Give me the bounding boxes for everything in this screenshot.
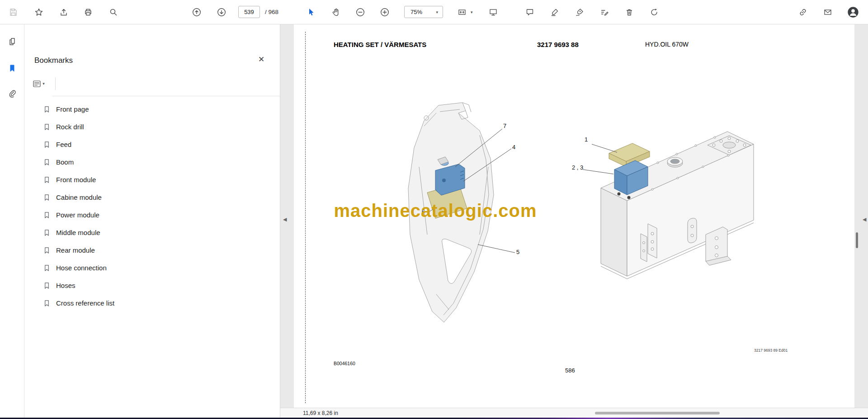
horizontal-scrollbar[interactable] [595, 412, 720, 414]
previous-page-button[interactable] [189, 5, 204, 20]
page-number-input[interactable] [238, 6, 260, 18]
presentation-mode-button[interactable] [486, 5, 501, 20]
save-button[interactable] [5, 5, 21, 20]
link-button[interactable] [795, 5, 811, 20]
page-header-title: HEATING SET / VÄRMESATS [334, 41, 426, 48]
fit-width-icon [458, 8, 467, 17]
comment-icon [525, 8, 534, 17]
paperclip-icon [8, 89, 17, 98]
rotate-icon [650, 8, 659, 17]
bookmark-item[interactable]: Feed [24, 136, 279, 153]
sidebar-pages-button[interactable] [5, 34, 20, 49]
left-rail [0, 24, 24, 418]
avatar-icon [847, 6, 859, 18]
right-panel-arrow[interactable]: ◀ [863, 217, 866, 222]
bookmark-item-label: Front page [56, 105, 89, 113]
pages-icon [8, 37, 17, 46]
bookmark-glyph-icon [43, 282, 50, 290]
share-icon [59, 8, 68, 17]
bookmark-item[interactable]: Power module [24, 206, 279, 224]
bookmark-item[interactable]: Front module [24, 171, 279, 188]
fill-and-sign-button[interactable] [597, 5, 612, 20]
link-icon [798, 8, 807, 17]
vertical-scrollbar[interactable] [856, 232, 858, 248]
bookmark-item[interactable]: Front page [24, 100, 279, 118]
bookmark-item[interactable]: Boom [24, 153, 279, 171]
pdf-page: HEATING SET / VÄRMESATS 3217 9693 88 HYD… [294, 24, 854, 408]
bookmark-item-label: Cross reference list [56, 299, 114, 307]
bookmark-glyph-icon [43, 193, 50, 202]
panel-divider [52, 96, 280, 96]
rotate-button[interactable] [646, 5, 662, 20]
bookmark-item[interactable]: Cross reference list [24, 294, 279, 312]
bookmark-item[interactable]: Hose connection [24, 259, 279, 277]
page-count-label: / 968 [265, 0, 278, 24]
plus-circle-icon [380, 7, 390, 17]
pdf-viewer-window: / 968 75% ▾ ▾ [0, 0, 868, 419]
bookmark-glyph-icon [43, 176, 50, 184]
bookmark-options-button[interactable]: ▾ [30, 76, 48, 91]
zoom-out-button[interactable] [353, 5, 368, 20]
page-header-partnumber: 3217 9693 88 [537, 41, 579, 48]
sidebar-attachments-button[interactable] [5, 86, 20, 101]
panel-close-button[interactable]: ✕ [255, 52, 268, 66]
bookmark-glyph-icon [43, 141, 50, 149]
search-button[interactable] [106, 5, 121, 20]
highlight-button[interactable] [547, 5, 562, 20]
bookmark-glyph-icon [43, 299, 50, 307]
collapse-panel-arrow[interactable]: ◀ [283, 217, 287, 222]
bookmark-glyph-icon [43, 246, 50, 254]
chevron-down-icon: ▾ [42, 81, 45, 86]
bookmark-list: Front page Rock drill Feed Boom Front mo… [24, 100, 279, 312]
zoom-level-value: 75% [410, 9, 422, 15]
fountain-pen-icon [575, 8, 584, 17]
delete-button[interactable] [622, 5, 637, 20]
bookmark-glyph-icon [43, 105, 50, 113]
drawing-oil-tank: 1 2 , 3 [572, 126, 789, 357]
bookmark-item-label: Rear module [56, 246, 95, 254]
bookmark-item-label: Hose connection [56, 264, 107, 272]
bookmark-item[interactable]: Middle module [24, 224, 279, 241]
hand-tool-button[interactable] [328, 5, 344, 20]
arrow-down-circle-icon [217, 7, 226, 17]
close-icon: ✕ [258, 55, 264, 64]
bookmark-glyph-icon [43, 123, 50, 131]
save-icon [9, 8, 18, 17]
page-number: 586 [565, 367, 575, 374]
zoom-in-button[interactable] [377, 5, 392, 20]
print-button[interactable] [80, 5, 96, 20]
callout-number: 4 [512, 144, 515, 151]
status-bar: 11,69 x 8,26 in [280, 408, 868, 418]
bookmark-item[interactable]: Rock drill [24, 118, 279, 136]
fill-sign-icon [600, 8, 609, 17]
page-header-oiltype: HYD.OIL 670W [645, 41, 689, 48]
oil-tank-line-art [572, 126, 789, 357]
callout-number: 5 [516, 249, 519, 255]
bookmark-item[interactable]: Rear module [24, 241, 279, 259]
star-icon [34, 8, 43, 17]
sidebar-bookmarks-button[interactable] [5, 61, 20, 76]
envelope-icon [823, 8, 832, 17]
bookmarks-panel: Bookmarks ✕ ▾ Front page Rock drill Feed… [24, 24, 280, 418]
comment-button[interactable] [522, 5, 538, 20]
bookmark-item[interactable]: Hoses [24, 277, 279, 294]
callout-number: 2 , 3 [572, 164, 583, 171]
share-button[interactable] [56, 5, 71, 20]
bookmark-glyph-icon [43, 158, 50, 166]
account-button[interactable] [845, 5, 861, 20]
bookmark-item[interactable]: Cabine module [24, 188, 279, 206]
watermark: machinecatalogic.com [334, 201, 537, 221]
fit-width-button[interactable] [454, 5, 470, 20]
bookmark-item-label: Hoses [56, 282, 75, 289]
sign-button[interactable] [572, 5, 587, 20]
star-button[interactable] [31, 5, 47, 20]
select-tool-button[interactable] [303, 5, 319, 20]
cursor-icon [307, 8, 316, 17]
bookmark-item-label: Front module [56, 176, 96, 184]
search-icon [109, 8, 118, 17]
next-page-button[interactable] [214, 5, 229, 20]
zoom-level-dropdown[interactable]: 75% ▾ [404, 6, 443, 18]
trash-icon [625, 8, 634, 17]
fit-options-caret[interactable]: ▾ [471, 0, 473, 24]
email-button[interactable] [820, 5, 835, 20]
